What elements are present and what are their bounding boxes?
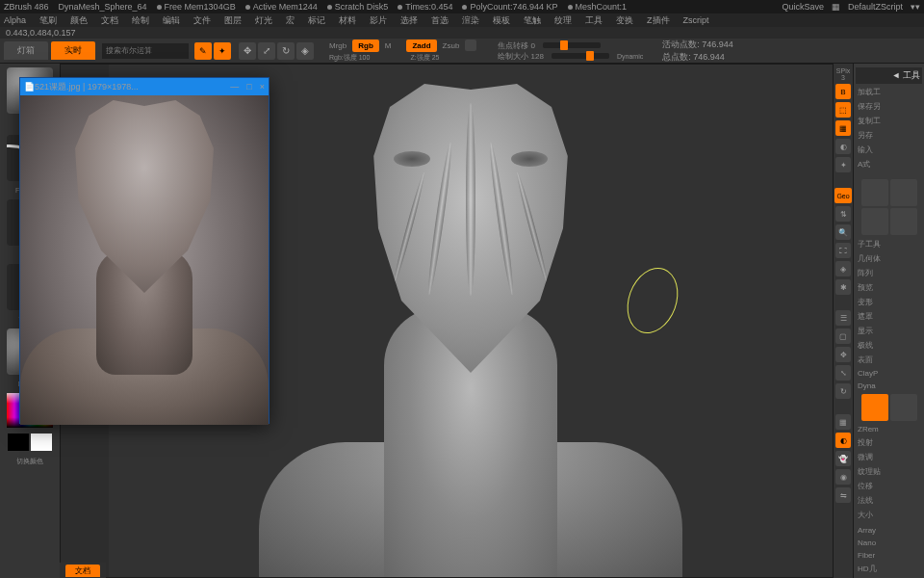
spix-label[interactable]: SPix 3: [834, 67, 852, 81]
color-swatches[interactable]: [8, 434, 52, 451]
rgb-intensity[interactable]: Rgb:强度 100: [325, 54, 373, 61]
scale-cam-icon[interactable]: ⤡: [835, 365, 851, 381]
rgb-button[interactable]: Rgb: [352, 39, 379, 52]
gizmo-icon[interactable]: ◈: [296, 42, 314, 60]
tool-item[interactable]: 变形: [856, 296, 922, 308]
menu-item[interactable]: 灯光: [255, 14, 272, 27]
tool-item[interactable]: Dyna: [856, 381, 922, 391]
tool-item[interactable]: 表面: [856, 354, 922, 366]
menu-item[interactable]: 影片: [370, 14, 387, 27]
subtool-btn[interactable]: [861, 179, 888, 206]
tool-item[interactable]: 极线: [856, 339, 922, 352]
tool-item[interactable]: 加载工: [856, 86, 922, 98]
menu-item[interactable]: 选择: [400, 14, 418, 27]
xpose-icon[interactable]: ☰: [835, 310, 851, 326]
xyz-icon[interactable]: ✦: [835, 157, 851, 172]
menu-item[interactable]: 编辑: [163, 14, 180, 27]
tool-item[interactable]: 微调: [856, 451, 922, 463]
menu-item[interactable]: 材料: [339, 14, 356, 27]
rotate-icon[interactable]: ↻: [277, 42, 295, 60]
scale-icon[interactable]: ⤢: [258, 42, 275, 60]
tool-item[interactable]: 投射: [856, 436, 922, 449]
menu-item[interactable]: 文件: [193, 14, 211, 27]
reference-titlebar[interactable]: 📄 521课题.jpg | 1979×1978... — □ ×: [20, 78, 269, 95]
tool-item[interactable]: 遮罩: [856, 310, 922, 323]
menu-item[interactable]: 模板: [493, 14, 510, 27]
tool-item[interactable]: 法线: [856, 494, 922, 507]
doc-tab[interactable]: 文档: [65, 565, 100, 577]
polyf-icon[interactable]: ▦: [835, 414, 851, 430]
subtool-icon[interactable]: [890, 394, 917, 421]
subtool-btn[interactable]: [890, 179, 917, 206]
zcut-icon[interactable]: [465, 39, 476, 51]
menu-item[interactable]: 纹理: [554, 14, 572, 27]
tool-item[interactable]: 纹理贴: [856, 465, 922, 478]
xsym-icon[interactable]: ⇋: [835, 487, 851, 503]
fit-icon[interactable]: ⛶: [835, 243, 851, 258]
menu-item[interactable]: 笔刷: [39, 14, 57, 27]
active-subtool-icon[interactable]: [861, 394, 888, 421]
tool-item[interactable]: Nano: [856, 538, 922, 548]
maximize-button[interactable]: □: [246, 82, 251, 92]
frame-icon[interactable]: ▢: [835, 328, 851, 344]
tool-item[interactable]: ClayP: [856, 368, 922, 379]
minimize-button[interactable]: —: [230, 82, 239, 92]
subtool-btn[interactable]: [861, 208, 888, 235]
tab-lightbox[interactable]: 灯箱: [4, 41, 48, 60]
menu-item[interactable]: 颜色: [70, 14, 88, 27]
tool-item[interactable]: 显示: [856, 325, 922, 337]
menu-item[interactable]: Z插件: [647, 14, 670, 27]
tool-item[interactable]: 另存: [856, 129, 922, 142]
move-cam-icon[interactable]: ✥: [835, 347, 851, 362]
subtool-btn[interactable]: [890, 208, 917, 235]
menu-item[interactable]: 标记: [308, 14, 325, 27]
tool-item[interactable]: 阵列: [856, 267, 922, 279]
menu-item[interactable]: 文档: [101, 14, 118, 27]
menu-item[interactable]: 笔触: [524, 14, 541, 27]
drawsize-slider[interactable]: [552, 53, 609, 59]
collapse-icon[interactable]: ▾▾: [911, 2, 920, 12]
tool-item[interactable]: 输入: [856, 144, 922, 156]
menu-item[interactable]: Alpha: [4, 15, 26, 25]
tool-item[interactable]: HD几: [856, 563, 922, 575]
tool-item[interactable]: 大小: [856, 509, 922, 521]
tool-item[interactable]: A式: [856, 158, 922, 171]
dynamic-toggle[interactable]: Dynamic: [613, 53, 647, 60]
menu-item[interactable]: 绘制: [132, 14, 149, 27]
tool-item[interactable]: 复制工: [856, 115, 922, 127]
tool-item[interactable]: 预览: [856, 281, 922, 294]
tool-item[interactable]: 子工具: [856, 238, 922, 250]
zadd-button[interactable]: Zadd: [406, 39, 436, 52]
rotate-cam-icon[interactable]: ↻: [835, 383, 851, 399]
actual-icon[interactable]: ◈: [835, 261, 851, 276]
search-input[interactable]: [102, 43, 189, 59]
edit-mode-icon[interactable]: ✎: [194, 42, 212, 60]
menu-item[interactable]: 首选: [431, 14, 449, 27]
menu-item[interactable]: 工具: [585, 14, 603, 27]
zoom-icon[interactable]: 🔍: [835, 224, 851, 240]
close-button[interactable]: ×: [260, 82, 265, 92]
aaalf-icon[interactable]: ✱: [835, 279, 851, 295]
bpr-icon[interactable]: B: [835, 84, 851, 99]
geo-icon[interactable]: Geo: [834, 188, 852, 203]
menu-item[interactable]: 宏: [286, 14, 295, 27]
draw-size[interactable]: 绘制大小 128: [494, 51, 548, 62]
transp-icon[interactable]: ◐: [835, 433, 851, 448]
tool-item[interactable]: 几何体: [856, 252, 922, 265]
floor-icon[interactable]: ▦: [835, 120, 851, 136]
focal-slider[interactable]: [543, 42, 601, 48]
mrgb-button[interactable]: Mrgb: [325, 41, 350, 50]
tool-item[interactable]: 保存另: [856, 100, 922, 113]
menu-item[interactable]: 变换: [616, 14, 633, 27]
menu-item[interactable]: Zscript: [683, 15, 709, 25]
menu-item[interactable]: 图层: [224, 14, 242, 27]
zsub-button[interactable]: Zsub: [439, 41, 464, 50]
tool-item[interactable]: Fiber: [856, 550, 922, 561]
persp-icon[interactable]: ⬚: [835, 102, 851, 118]
menu-item[interactable]: 渲染: [462, 14, 479, 27]
reference-window[interactable]: 📄 521课题.jpg | 1979×1978... — □ ×: [19, 77, 270, 424]
zscript-label[interactable]: DefaultZScript: [848, 2, 903, 12]
tool-header[interactable]: ◄ 工具: [856, 67, 922, 84]
focal-shift[interactable]: 焦点转移 0: [494, 40, 539, 51]
solo-icon[interactable]: ◉: [835, 469, 851, 485]
